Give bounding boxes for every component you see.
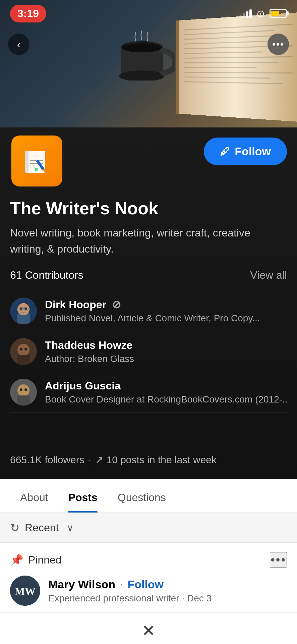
verified-badge: ⊘ <box>112 298 121 311</box>
svg-point-3 <box>122 43 162 52</box>
avatar-emoji <box>11 136 62 186</box>
recent-clock-icon: ↻ <box>10 521 19 534</box>
post-author-meta: Experienced professional writer · Dec 3 <box>48 593 287 604</box>
svg-point-17 <box>20 307 22 310</box>
contributor-item[interactable]: Thaddeus Howze Author: Broken Glass <box>10 331 287 372</box>
contributor-bio: Published Novel, Article & Comic Writer,… <box>45 313 287 324</box>
svg-point-30 <box>20 388 22 391</box>
signal-icon <box>239 9 252 18</box>
svg-point-31 <box>24 388 27 391</box>
svg-point-23 <box>17 344 29 356</box>
contributor-info: Adrijus Guscia Book Cover Designer at Ro… <box>45 380 287 405</box>
view-all-button[interactable]: View all <box>250 269 287 281</box>
pinned-label-row: 📌 Pinned <box>10 553 62 566</box>
close-button[interactable]: ✕ <box>142 623 155 639</box>
follow-button[interactable]: 🖊 Follow <box>204 138 287 165</box>
space-description: Novel writing, book marketing, writer cr… <box>10 225 287 257</box>
tab-posts[interactable]: Posts <box>58 479 108 513</box>
contributor-item[interactable]: Adrijus Guscia Book Cover Designer at Ro… <box>10 372 287 413</box>
more-dots-icon: ••• <box>272 39 284 50</box>
battery-icon <box>270 9 287 18</box>
svg-point-26 <box>24 348 27 351</box>
svg-point-18 <box>24 307 27 310</box>
more-button[interactable]: ••• <box>268 34 289 55</box>
pinned-section: 📌 Pinned ••• MW Mary Wilson <box>0 543 297 612</box>
followers-count: 665.1K followers <box>10 454 84 466</box>
post-follow-button[interactable]: Follow <box>127 578 164 591</box>
profile-section: 🖊 Follow The Writer's Nook Novel writing… <box>0 127 297 479</box>
svg-rect-5 <box>25 151 28 173</box>
post-author-avatar: MW <box>10 576 40 606</box>
tab-questions[interactable]: Questions <box>108 479 176 513</box>
hero-coffee-decoration <box>108 20 175 80</box>
status-time: 3:19 <box>10 5 46 22</box>
contributor-name: Dirk Hooper ⊘ <box>45 298 287 311</box>
stats-row: 665.1K followers · ↗ 10 posts in the las… <box>10 454 287 466</box>
pinned-more-icon: ••• <box>271 553 286 567</box>
svg-rect-24 <box>17 355 30 365</box>
contributor-bio: Book Cover Designer at RockingBookCovers… <box>45 394 287 405</box>
contributor-item[interactable]: Dirk Hooper ⊘ Published Novel, Article &… <box>10 291 287 331</box>
wifi-icon: ⊙ <box>256 8 265 19</box>
post-author-row: MW Mary Wilson · Follow Experienced prof… <box>10 576 287 606</box>
svg-text:MW: MW <box>15 585 36 597</box>
post-author-info: Mary Wilson · Follow Experienced profess… <box>48 578 287 604</box>
space-name: The Writer's Nook <box>10 198 287 219</box>
back-button[interactable]: ‹ <box>8 34 29 55</box>
svg-point-25 <box>20 348 22 351</box>
dot-separator: · <box>121 581 122 587</box>
contributor-info: Dirk Hooper ⊘ Published Novel, Article &… <box>45 298 287 324</box>
tabs-section: About Posts Questions ↻ Recent ∨ 📌 Pinne… <box>0 479 297 612</box>
svg-point-28 <box>17 384 29 396</box>
contributor-avatar <box>10 338 37 365</box>
space-avatar <box>10 134 64 188</box>
recent-chevron-icon: ∨ <box>67 522 74 533</box>
contributors-left-column: Dirk Hooper ⊘ Published Novel, Article &… <box>10 291 287 446</box>
hero-book-decoration <box>176 12 297 122</box>
tabs-bar: About Posts Questions <box>0 479 297 513</box>
contributor-bio: Author: Broken Glass <box>45 354 287 364</box>
follow-icon: 🖊 <box>220 146 230 157</box>
bottom-bar: ✕ <box>0 612 297 644</box>
contributors-list: Dirk Hooper ⊘ Published Novel, Article &… <box>10 291 287 446</box>
contributors-row: 61 Contributors View all <box>10 269 287 281</box>
contributor-avatar <box>10 379 37 406</box>
svg-rect-29 <box>17 395 30 406</box>
recent-filter[interactable]: ↻ Recent ∨ <box>0 513 297 543</box>
pinned-more-button[interactable]: ••• <box>270 552 287 568</box>
profile-top-row: 🖊 Follow <box>10 127 287 188</box>
contributor-avatar <box>10 298 37 324</box>
contributor-name: Adrijus Guscia <box>45 380 287 392</box>
contributor-info: Thaddeus Howze Author: Broken Glass <box>45 339 287 364</box>
back-arrow-icon: ‹ <box>17 38 21 51</box>
tab-about[interactable]: About <box>10 479 58 513</box>
pin-icon: 📌 <box>10 553 23 566</box>
pinned-label: Pinned <box>28 554 62 566</box>
pinned-header: 📌 Pinned ••• <box>10 552 287 568</box>
contributor-name: Thaddeus Howze <box>45 339 287 352</box>
post-author-name-row: Mary Wilson · Follow <box>48 578 287 591</box>
recent-label: Recent <box>25 522 59 534</box>
status-icons: ⊙ <box>239 8 287 19</box>
post-author-name: Mary Wilson <box>48 578 115 591</box>
svg-point-12 <box>35 168 38 171</box>
status-bar: 3:19 ⊙ <box>0 0 297 27</box>
posts-count: ↗ 10 posts in the last week <box>95 454 217 466</box>
contributors-count: 61 Contributors <box>10 269 83 281</box>
follow-label: Follow <box>235 145 271 158</box>
